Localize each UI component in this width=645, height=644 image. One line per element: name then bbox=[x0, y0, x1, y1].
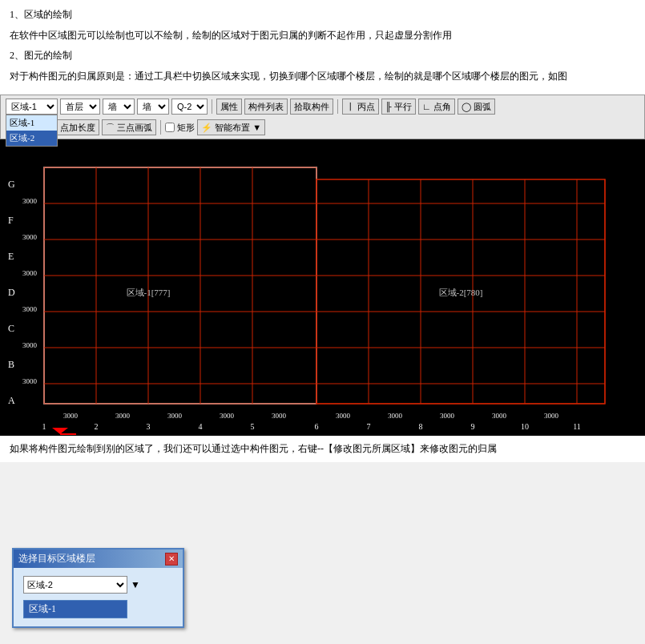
arc-btn[interactable]: ◯ 圆弧 bbox=[458, 99, 495, 115]
svg-text:3000: 3000 bbox=[22, 305, 38, 313]
svg-text:3: 3 bbox=[147, 422, 151, 431]
top-text-area: 1、区域的绘制 在软件中区域图元可以绘制也可以不绘制，绘制的区域对于图元归属的判… bbox=[0, 0, 645, 95]
type2-select[interactable]: 墙 bbox=[137, 99, 169, 115]
svg-text:8: 8 bbox=[419, 422, 423, 431]
svg-text:A: A bbox=[8, 395, 15, 406]
toolbar-row1: 区域-1 区域-2 区域-1 区域-2 首层 墙 墙 Q-2 属性 构件列表 拾… bbox=[4, 97, 497, 116]
svg-text:3000: 3000 bbox=[388, 412, 403, 420]
svg-text:F: F bbox=[8, 215, 14, 226]
svg-text:3000: 3000 bbox=[22, 197, 38, 205]
property-btn[interactable]: 属性 bbox=[216, 99, 242, 115]
svg-text:3000: 3000 bbox=[167, 412, 183, 420]
dialog-title: 选择目标区域楼层 bbox=[18, 552, 95, 566]
pick-btn[interactable]: 拾取构件 bbox=[290, 99, 333, 115]
dialog-body: 区域-2 区域-1 ▼ 区域-1 bbox=[14, 568, 183, 626]
svg-text:B: B bbox=[8, 359, 14, 370]
toolbar-row2: ╱ 直线 ⊕ 点加长度 ⌒ 三点画弧 矩形 ⚡ 智能布置 ▼ bbox=[4, 118, 641, 137]
svg-text:5: 5 bbox=[251, 422, 255, 431]
dialog-selected-item[interactable]: 区域-1 bbox=[23, 600, 127, 618]
svg-text:3000: 3000 bbox=[544, 412, 559, 420]
svg-text:10: 10 bbox=[521, 422, 529, 431]
svg-text:3000: 3000 bbox=[22, 341, 38, 349]
bottom-text-area: 如果将构件图元绘制到别的区域了，我们还可以通过选中构件图元，右键--【修改图元所… bbox=[0, 436, 645, 461]
code-select[interactable]: Q-2 bbox=[171, 99, 208, 115]
rect-checkbox[interactable] bbox=[165, 123, 175, 132]
toolbar-area: 区域-1 区域-2 区域-1 区域-2 首层 墙 墙 Q-2 属性 构件列表 拾… bbox=[0, 95, 645, 139]
two-point-btn[interactable]: 丨 丙点 bbox=[342, 99, 379, 115]
section2-content: 对于构件图元的归属原则是：通过工具栏中切换区域来实现，切换到哪个区域哪个楼层，绘… bbox=[10, 68, 635, 86]
svg-text:3000: 3000 bbox=[22, 233, 38, 241]
zone-dropdown-list: 区域-1 区域-2 bbox=[6, 115, 58, 147]
svg-text:3000: 3000 bbox=[272, 412, 287, 420]
svg-text:E: E bbox=[8, 251, 14, 262]
zone-select[interactable]: 区域-1 区域-2 bbox=[6, 99, 58, 115]
dialog-close-btn[interactable]: ✕ bbox=[165, 553, 178, 566]
rect-checkbox-label: 矩形 bbox=[165, 122, 195, 134]
section2-title: 2、图元的绘制 bbox=[10, 47, 635, 65]
canvas-wrapper: G F E D C B A 3000 3000 3000 3000 3000 3… bbox=[0, 139, 645, 436]
three-point-arc-btn[interactable]: ⌒ 三点画弧 bbox=[102, 119, 156, 135]
dialog-dropdown-row: 区域-2 区域-1 ▼ bbox=[23, 576, 173, 594]
svg-text:G: G bbox=[8, 179, 15, 190]
component-list-btn[interactable]: 构件列表 bbox=[244, 99, 288, 115]
zone1-label: 区域-1[777] bbox=[127, 288, 171, 297]
zone-dropdown-container: 区域-1 区域-2 区域-1 区域-2 bbox=[6, 99, 58, 115]
svg-text:C: C bbox=[8, 323, 14, 334]
svg-text:D: D bbox=[8, 287, 15, 298]
select-zone-dialog: 选择目标区域楼层 ✕ 区域-2 区域-1 ▼ 区域-1 bbox=[12, 548, 184, 628]
svg-text:7: 7 bbox=[367, 422, 371, 431]
angle-btn[interactable]: ∟ 点角 bbox=[418, 99, 455, 115]
zone2-label: 区域-2[780] bbox=[439, 288, 483, 297]
svg-text:3000: 3000 bbox=[63, 412, 79, 420]
svg-text:3000: 3000 bbox=[440, 412, 455, 420]
section1-content: 在软件中区域图元可以绘制也可以不绘制，绘制的区域对于图元归属的判断不起作用，只起… bbox=[10, 27, 635, 45]
separator3 bbox=[160, 120, 161, 135]
svg-text:6: 6 bbox=[315, 422, 319, 431]
zone-option-2[interactable]: 区域-2 bbox=[6, 131, 57, 146]
page-container: 1、区域的绘制 在软件中区域图元可以绘制也可以不绘制，绘制的区域对于图元归属的判… bbox=[0, 0, 645, 644]
type1-select[interactable]: 墙 bbox=[103, 99, 135, 115]
separator2 bbox=[337, 99, 338, 114]
main-svg: G F E D C B A 3000 3000 3000 3000 3000 3… bbox=[0, 139, 619, 436]
bottom-paragraph: 如果将构件图元绘制到别的区域了，我们还可以通过选中构件图元，右键--【修改图元所… bbox=[10, 441, 635, 457]
svg-text:3000: 3000 bbox=[22, 377, 38, 385]
svg-text:3000: 3000 bbox=[336, 412, 351, 420]
dialog-titlebar: 选择目标区域楼层 ✕ bbox=[14, 549, 183, 568]
svg-text:3000: 3000 bbox=[115, 412, 131, 420]
svg-text:3000: 3000 bbox=[492, 412, 507, 420]
parallel-btn[interactable]: ╟ 平行 bbox=[381, 99, 416, 115]
svg-rect-0 bbox=[0, 139, 619, 436]
zone-target-select[interactable]: 区域-2 区域-1 bbox=[23, 576, 127, 594]
zone-option-1[interactable]: 区域-1 bbox=[6, 115, 57, 131]
svg-text:3000: 3000 bbox=[220, 412, 235, 420]
smart-layout-btn[interactable]: ⚡ 智能布置 ▼ bbox=[197, 119, 265, 135]
separator1 bbox=[212, 99, 212, 114]
floor-select[interactable]: 首层 bbox=[60, 99, 100, 115]
drawing-area: ↖ ↕ ✛ ↺ ⊙ 延伸 修剪 打断 合并 复制 对齐 偏移 G F E D C bbox=[0, 139, 645, 436]
dropdown-arrow-icon: ▼ bbox=[131, 579, 140, 591]
svg-text:2: 2 bbox=[95, 422, 99, 431]
section1-title: 1、区域的绘制 bbox=[10, 6, 635, 24]
svg-text:4: 4 bbox=[199, 422, 203, 431]
svg-text:9: 9 bbox=[471, 422, 475, 431]
svg-text:1: 1 bbox=[42, 422, 46, 431]
svg-text:3000: 3000 bbox=[22, 269, 38, 277]
svg-text:11: 11 bbox=[573, 422, 581, 431]
